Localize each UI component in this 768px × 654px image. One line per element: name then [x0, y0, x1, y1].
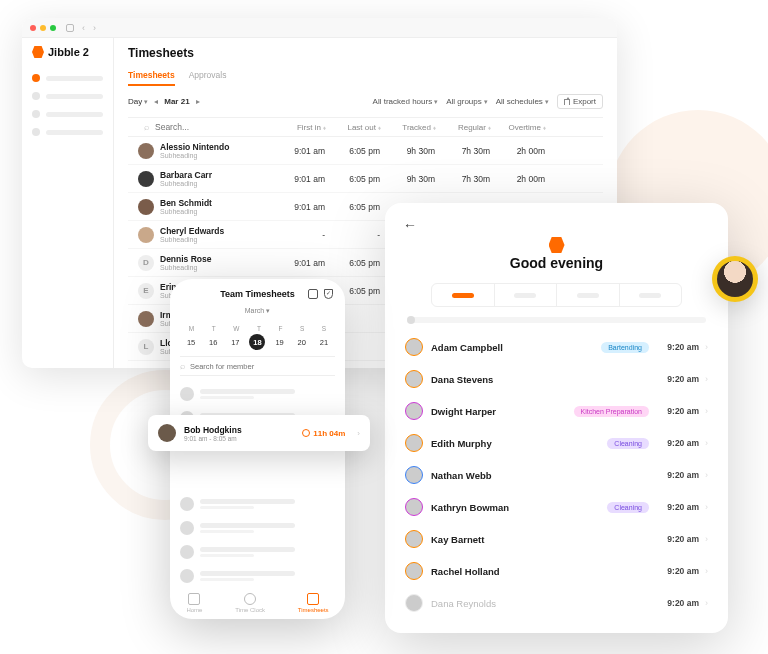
- nav-home[interactable]: Home: [186, 593, 202, 613]
- nav-time-clock[interactable]: Time Clock: [235, 593, 265, 613]
- date-next-icon[interactable]: ▸: [196, 97, 200, 106]
- nav-fwd-icon[interactable]: ›: [93, 23, 96, 33]
- search-input[interactable]: [155, 122, 265, 132]
- date-cell[interactable]: 20: [294, 334, 310, 350]
- avatar: [405, 370, 423, 388]
- member-time: 9:20 am: [657, 566, 699, 576]
- col-first-in[interactable]: First in♦: [271, 123, 326, 132]
- member-row[interactable]: Rachel Holland9:20 am›: [403, 555, 710, 587]
- member-time: 9:20 am: [657, 406, 699, 416]
- member-name: Dana Reynolds: [431, 598, 657, 609]
- list-item[interactable]: [180, 540, 335, 564]
- tab-approvals[interactable]: Approvals: [189, 70, 227, 86]
- member-name: Nathan Webb: [431, 470, 657, 481]
- date-cell[interactable]: 19: [272, 334, 288, 350]
- col-overtime[interactable]: Overtime♦: [491, 123, 546, 132]
- popout-duration: 11h 04m: [302, 429, 345, 438]
- cell-last-out: 6:05 pm: [325, 202, 380, 212]
- chevron-right-icon: ›: [705, 374, 708, 384]
- filter-hours[interactable]: All tracked hours▾: [373, 97, 439, 106]
- activity-badge: Cleaning: [607, 502, 649, 513]
- shield-check-icon[interactable]: [324, 289, 333, 299]
- list-item[interactable]: [180, 564, 335, 588]
- sidebar-item[interactable]: [32, 74, 103, 82]
- segment-4[interactable]: [620, 284, 682, 306]
- member-row[interactable]: Adam CampbellBartending9:20 am›: [403, 331, 710, 363]
- person-name: Barbara Carr: [160, 170, 270, 180]
- person-sub: Subheading: [160, 264, 270, 271]
- traffic-light-min-icon[interactable]: [40, 25, 46, 31]
- sidebar-item[interactable]: [32, 92, 103, 100]
- export-icon: [564, 99, 570, 105]
- date-cell[interactable]: 17: [227, 334, 243, 350]
- member-popout-card[interactable]: Bob Hodgkins 9:01 am - 8:05 am 11h 04m ›: [148, 415, 370, 451]
- logo-icon: [32, 46, 44, 58]
- back-button[interactable]: ←: [403, 217, 710, 233]
- person-name: Cheryl Edwards: [160, 226, 270, 236]
- cell-regular: 7h 30m: [435, 174, 490, 184]
- activity-badge: Bartending: [601, 342, 649, 353]
- popout-name: Bob Hodgkins: [184, 425, 242, 435]
- chevron-right-icon: ›: [357, 429, 360, 438]
- date-cell[interactable]: 16: [205, 334, 221, 350]
- list-item[interactable]: [180, 516, 335, 540]
- filter-groups[interactable]: All groups▾: [446, 97, 488, 106]
- cell-last-out: 6:05 pm: [325, 146, 380, 156]
- table-row[interactable]: Barbara CarrSubheading9:01 am6:05 pm9h 3…: [128, 165, 603, 193]
- avatar: [717, 261, 753, 297]
- member-name: Adam Campbell: [431, 342, 601, 353]
- list-item[interactable]: [180, 382, 335, 406]
- member-name: Kay Barnett: [431, 534, 657, 545]
- member-time: 9:20 am: [657, 374, 699, 384]
- date-cell[interactable]: 21: [316, 334, 332, 350]
- date-cell[interactable]: 15: [183, 334, 199, 350]
- cell-first-in: 9:01 am: [270, 146, 325, 156]
- sidebar-toggle-icon[interactable]: [66, 24, 74, 32]
- member-time: 9:20 am: [657, 502, 699, 512]
- clock-icon: [244, 593, 256, 605]
- date-prev-icon[interactable]: ◂: [154, 97, 158, 106]
- col-tracked[interactable]: Tracked♦: [381, 123, 436, 132]
- window-titlebar: ‹ ›: [22, 18, 617, 38]
- sidebar-item[interactable]: [32, 128, 103, 136]
- member-row[interactable]: Kay Barnett9:20 am›: [403, 523, 710, 555]
- nav-back-icon[interactable]: ‹: [82, 23, 85, 33]
- member-row[interactable]: Edith MurphyCleaning9:20 am›: [403, 427, 710, 459]
- cell-overtime: 2h 00m: [490, 146, 545, 156]
- phone-month-select[interactable]: March▾: [245, 307, 270, 315]
- tabs: Timesheets Approvals: [128, 70, 603, 86]
- person-sub: Subheading: [160, 208, 270, 215]
- col-regular[interactable]: Regular♦: [436, 123, 491, 132]
- range-select[interactable]: Day▾: [128, 97, 148, 106]
- member-row[interactable]: Dwight HarperKitchen Preparation9:20 am›: [403, 395, 710, 427]
- segment-2[interactable]: [495, 284, 558, 306]
- person-sub: Subheading: [160, 180, 270, 187]
- segment-3[interactable]: [557, 284, 620, 306]
- table-row[interactable]: Alessio NintendoSubheading9:01 am6:05 pm…: [128, 137, 603, 165]
- member-row[interactable]: Dana Stevens9:20 am›: [403, 363, 710, 395]
- chevron-right-icon: ›: [705, 534, 708, 544]
- member-row[interactable]: Dana Reynolds9:20 am›: [403, 587, 710, 619]
- member-row[interactable]: Kathryn BowmanCleaning9:20 am›: [403, 491, 710, 523]
- phone-search-input[interactable]: [190, 362, 335, 371]
- tab-timesheets[interactable]: Timesheets: [128, 70, 175, 86]
- nav-timesheets[interactable]: Timesheets: [298, 593, 329, 613]
- filter-schedules[interactable]: All schedules▾: [496, 97, 549, 106]
- col-last-out[interactable]: Last out♦: [326, 123, 381, 132]
- member-row[interactable]: Nathan Webb9:20 am›: [403, 459, 710, 491]
- export-button[interactable]: Export: [557, 94, 603, 109]
- sidebar: Jibble 2: [22, 38, 114, 368]
- calendar-icon[interactable]: [308, 289, 318, 299]
- traffic-light-close-icon[interactable]: [30, 25, 36, 31]
- member-name: Kathryn Bowman: [431, 502, 607, 513]
- floating-avatar[interactable]: [712, 256, 758, 302]
- list-item[interactable]: [180, 492, 335, 516]
- date-cell[interactable]: 18: [249, 334, 265, 350]
- weekday-label: F: [278, 325, 282, 332]
- segment-1[interactable]: [432, 284, 495, 306]
- chevron-right-icon: ›: [705, 438, 708, 448]
- sidebar-item[interactable]: [32, 110, 103, 118]
- traffic-light-max-icon[interactable]: [50, 25, 56, 31]
- date-label[interactable]: Mar 21: [164, 97, 189, 106]
- popout-time-range: 9:01 am - 8:05 am: [184, 435, 242, 442]
